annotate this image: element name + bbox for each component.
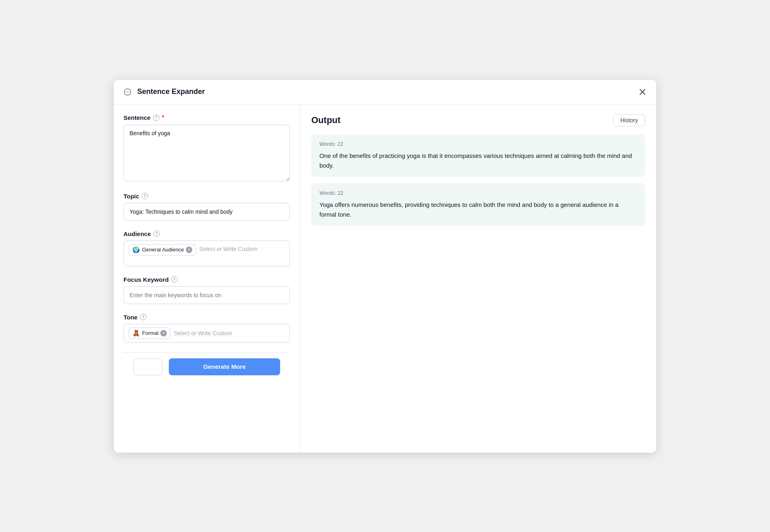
topic-input[interactable] — [123, 203, 290, 221]
topic-field-group: Topic ? — [123, 193, 290, 221]
topic-help-icon[interactable]: ? — [142, 193, 148, 199]
output-word-count-1: Words: 22 — [319, 141, 637, 147]
output-title: Output — [311, 115, 340, 126]
title-bar-left: Sentence Expander — [122, 86, 205, 98]
focus-keyword-field-group: Focus Keyword ? — [123, 276, 290, 304]
sentence-help-icon[interactable]: ? — [153, 115, 160, 121]
audience-tag-input[interactable]: 🌍 General Audience × Select or Write Cus… — [123, 240, 290, 266]
audience-tag-emoji: 🌍 — [132, 246, 140, 253]
sentence-label: Sentence ? * — [123, 114, 290, 121]
tone-label: Tone ? — [123, 314, 290, 321]
audience-tag-label: General Audience — [142, 247, 184, 253]
number-stepper[interactable]: 2 ▲ ▼ — [133, 358, 162, 375]
close-button[interactable] — [637, 86, 648, 98]
focus-keyword-input[interactable] — [123, 286, 290, 304]
tone-tag-remove[interactable]: × — [160, 330, 167, 336]
svg-point-3 — [128, 92, 129, 92]
left-panel: Sentence ? * Benefits of yoga Topic ? Au… — [114, 104, 300, 453]
output-card-2: Words: 22 Yoga offers numerous benefits,… — [311, 183, 645, 226]
required-indicator: * — [162, 114, 164, 121]
audience-help-icon[interactable]: ? — [153, 230, 160, 237]
audience-placeholder: Select or Write Custom — [198, 244, 258, 254]
tone-help-icon[interactable]: ? — [140, 314, 147, 320]
audience-label: Audience ? — [123, 230, 290, 237]
output-card-1: Words: 22 One of the benefits of practic… — [311, 134, 645, 177]
tone-tag-input[interactable]: 🧸 Formal × Select or Write Custom — [123, 324, 290, 343]
app-title: Sentence Expander — [137, 87, 205, 96]
tone-placeholder: Select or Write Custom — [173, 328, 233, 338]
tone-tag-emoji: 🧸 — [132, 330, 140, 337]
output-text-1: One of the benefits of practicing yoga i… — [319, 151, 637, 170]
sentence-input[interactable]: Benefits of yoga — [123, 125, 290, 181]
audience-tag-remove[interactable]: × — [186, 247, 192, 253]
title-bar: Sentence Expander — [114, 80, 656, 104]
menu-icon[interactable] — [122, 86, 133, 98]
focus-keyword-help-icon[interactable]: ? — [171, 276, 178, 283]
tone-field-group: Tone ? 🧸 Formal × Select or Write Custom — [123, 314, 290, 343]
topic-label: Topic ? — [123, 193, 290, 200]
focus-keyword-label: Focus Keyword ? — [123, 276, 290, 283]
svg-point-1 — [126, 92, 127, 92]
audience-field-group: Audience ? 🌍 General Audience × Select o… — [123, 230, 290, 266]
generate-more-button[interactable]: Generate More — [169, 358, 280, 375]
bottom-bar: 2 ▲ ▼ Generate More — [123, 352, 290, 381]
sentence-field-group: Sentence ? * Benefits of yoga — [123, 114, 290, 183]
tone-tag: 🧸 Formal × — [129, 328, 170, 339]
right-panel: Output History Words: 22 One of the bene… — [300, 104, 656, 453]
history-button[interactable]: History — [613, 114, 645, 126]
svg-point-2 — [127, 92, 128, 92]
output-text-2: Yoga offers numerous benefits, providing… — [319, 200, 637, 219]
app-window: Sentence Expander Sentence ? * Benefits … — [114, 80, 656, 453]
main-layout: Sentence ? * Benefits of yoga Topic ? Au… — [114, 104, 656, 453]
audience-tag: 🌍 General Audience × — [129, 244, 196, 255]
output-word-count-2: Words: 22 — [319, 190, 637, 196]
tone-tag-label: Formal — [142, 330, 158, 336]
output-header: Output History — [311, 114, 645, 126]
stepper-input[interactable]: 2 — [134, 363, 162, 370]
